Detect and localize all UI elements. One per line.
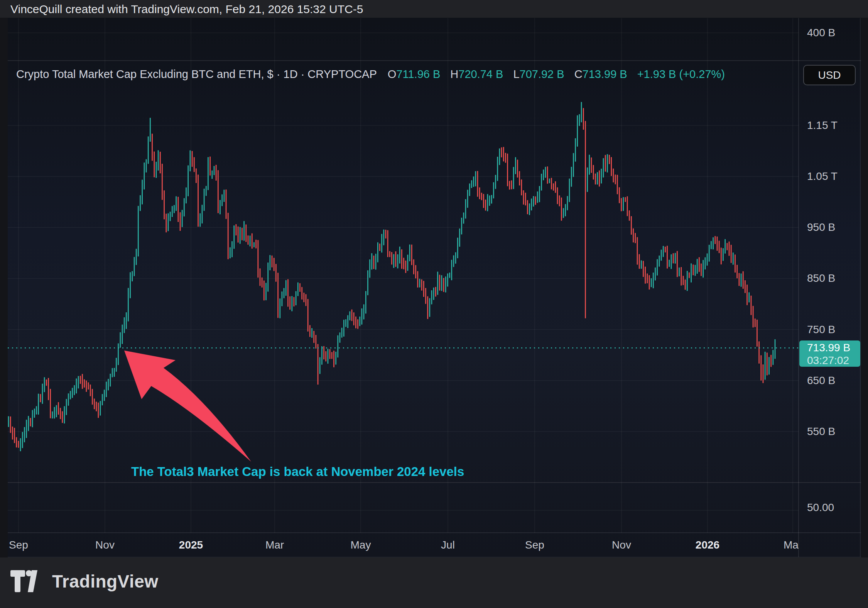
tradingview-wordmark: TradingView bbox=[52, 571, 159, 592]
price-axis-label: 750 B bbox=[807, 323, 835, 336]
ohlc-pair: H720.74 B bbox=[450, 68, 503, 81]
time-axis-label: May bbox=[351, 539, 371, 551]
price-axis-label: 1.15 T bbox=[807, 119, 838, 132]
time-axis-label: 2025 bbox=[179, 539, 203, 551]
attribution-text: VinceQuill created with TradingView.com,… bbox=[10, 3, 363, 16]
price-axis-label: 850 B bbox=[807, 272, 835, 285]
symbol-title[interactable]: Crypto Total Market Cap Excluding BTC an… bbox=[16, 68, 377, 81]
ohlc-pair: O711.96 B bbox=[388, 68, 441, 81]
ohlc-pair: C713.99 B bbox=[574, 68, 627, 81]
time-axis-label: Sep bbox=[9, 539, 28, 551]
chart-canvas[interactable] bbox=[0, 0, 868, 608]
time-axis[interactable]: SepNov2025MarMayJulSepNov2026Mar bbox=[8, 536, 799, 557]
ohlc-pair: L707.92 B bbox=[513, 68, 564, 81]
time-axis-label: Nov bbox=[95, 539, 115, 551]
header-bar: VinceQuill created with TradingView.com,… bbox=[0, 0, 868, 18]
time-axis-label: Jul bbox=[441, 539, 455, 551]
time-axis-label: Mar bbox=[784, 539, 799, 551]
price-axis-label: 400 B bbox=[807, 27, 835, 39]
time-axis-label: Nov bbox=[612, 539, 631, 551]
tradingview-logo[interactable]: TradingView bbox=[10, 570, 159, 593]
tradingview-snapshot: { "header": { "attribution": "VinceQuill… bbox=[0, 0, 868, 608]
last-price-label: 713.99 B 03:27:02 bbox=[799, 340, 860, 367]
time-axis-label: 2026 bbox=[696, 539, 719, 551]
ohlc-values: O711.96 BH720.74 BL707.92 BC713.99 B bbox=[388, 68, 637, 81]
price-axis-label: 950 B bbox=[807, 221, 835, 234]
price-axis-label: 650 B bbox=[807, 374, 835, 387]
price-axis-label: 550 B bbox=[807, 425, 835, 438]
time-axis-label: Sep bbox=[525, 539, 544, 551]
currency-toggle-button[interactable]: USD bbox=[803, 65, 856, 85]
last-price-value: 713.99 B bbox=[807, 342, 850, 354]
annotation-text[interactable]: The Total3 Market Cap is back at Novembe… bbox=[131, 464, 464, 479]
price-axis[interactable]: 400 B1.15 T1.05 T950 B850 B750 B650 B550… bbox=[799, 18, 860, 533]
price-axis-label: 1.05 T bbox=[807, 170, 838, 183]
symbol-legend[interactable]: Crypto Total Market Cap Excluding BTC an… bbox=[16, 68, 725, 81]
tradingview-logo-icon bbox=[10, 570, 37, 593]
arrow-drawing[interactable] bbox=[124, 351, 251, 462]
candlestick-series bbox=[8, 102, 776, 451]
bar-countdown: 03:27:02 bbox=[807, 354, 849, 367]
time-axis-label: Mar bbox=[265, 539, 284, 551]
change-value: +1.93 B (+0.27%) bbox=[637, 68, 725, 81]
price-axis-label: 50.00 bbox=[807, 501, 834, 514]
